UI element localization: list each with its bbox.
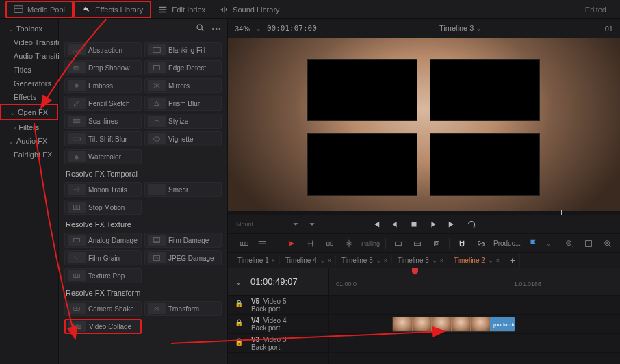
close-icon[interactable]: × xyxy=(440,257,443,264)
fx-thumb-icon xyxy=(68,202,86,213)
fx-film-damage[interactable]: Film Damage xyxy=(144,233,222,248)
nav-video-transitions[interactable]: Video Transitions xyxy=(0,36,58,49)
fx-stylize[interactable]: Stylize xyxy=(144,114,222,129)
fx-video-collage[interactable]: Video Collage xyxy=(64,319,142,334)
jump-end-icon[interactable] xyxy=(446,219,458,230)
timeline-options-icon[interactable] xyxy=(255,237,269,250)
selection-tool-icon[interactable]: ➤ xyxy=(285,237,298,250)
fx-thumb-icon xyxy=(68,98,86,109)
jump-start-icon[interactable] xyxy=(370,219,382,230)
blade-tool-icon[interactable] xyxy=(342,237,356,250)
flag-icon[interactable] xyxy=(526,237,540,250)
tl-tab-5[interactable]: Timeline 5 ⌄ × xyxy=(337,255,392,265)
tl-tab-2[interactable]: Timeline 2 ⌄ × xyxy=(450,255,504,265)
fx-prism-blur[interactable]: Prism Blur xyxy=(144,96,222,111)
fx-tilt-shift-blur[interactable]: Tilt-Shift Blur xyxy=(64,131,142,146)
close-icon[interactable]: × xyxy=(496,257,500,264)
fx-scanlines[interactable]: Scanlines xyxy=(64,114,142,129)
produce-label[interactable]: Produc... xyxy=(493,239,521,247)
nav-audio-fx[interactable]: Audio FX xyxy=(0,134,58,148)
fx-thumb-icon xyxy=(68,133,86,144)
fx-edge-detect[interactable]: Edge Detect xyxy=(144,60,222,75)
fx-smear[interactable]: Smear xyxy=(144,182,222,197)
nav-filters[interactable]: Filters xyxy=(0,120,58,134)
nav-generators[interactable]: Generators xyxy=(0,77,58,90)
tl-tab-4[interactable]: Timeline 4 ⌄ × xyxy=(281,255,336,265)
overwrite-icon[interactable] xyxy=(411,237,424,250)
view-options-icon[interactable] xyxy=(582,237,595,250)
fx-jpeg-damage[interactable]: JPEG Damage xyxy=(144,250,222,265)
nav-titles[interactable]: Titles xyxy=(0,63,58,77)
fx-analog-damage[interactable]: Analog Damage xyxy=(64,233,142,248)
search-icon[interactable] xyxy=(196,23,205,34)
insert-icon[interactable] xyxy=(391,237,405,250)
svg-rect-19 xyxy=(74,324,77,326)
zoom-in-icon[interactable] xyxy=(601,237,615,250)
marker-dropdown-icon[interactable] xyxy=(306,219,318,230)
add-timeline-tab[interactable]: + xyxy=(506,254,520,267)
close-icon[interactable]: × xyxy=(272,257,275,264)
fx-texture-pop[interactable]: Texture Pop xyxy=(64,268,142,283)
fx-watercolor[interactable]: Watercolor xyxy=(64,149,142,164)
close-icon[interactable]: × xyxy=(328,257,331,264)
replace-icon[interactable] xyxy=(430,237,443,250)
fx-stop-motion[interactable]: Stop Motion xyxy=(64,200,142,215)
zoom-out-icon[interactable] xyxy=(563,237,576,250)
program-viewer[interactable] xyxy=(228,38,620,215)
fx-film-grain[interactable]: Film Grain xyxy=(64,250,142,265)
nav-audio-transitions[interactable]: Audio Transitions xyxy=(0,49,58,63)
link-icon[interactable] xyxy=(474,237,488,250)
tl-tab-1[interactable]: Timeline 1 × xyxy=(233,255,280,265)
timeline-view-icon[interactable] xyxy=(237,237,251,250)
fx-pencil-sketch[interactable]: Pencil Sketch xyxy=(64,96,142,111)
section-temporal: Resolve FX Temporal xyxy=(66,170,222,178)
nav-effects[interactable]: Effects xyxy=(0,90,58,104)
play-icon[interactable] xyxy=(427,219,439,230)
tab-effects-library[interactable]: Effects Library xyxy=(73,1,151,18)
track-head-v5[interactable]: V5 Video 5 🔒Back port xyxy=(228,296,328,315)
timeline-name[interactable]: Timeline 3 xyxy=(439,24,474,32)
tab-sound-library[interactable]: Sound Library xyxy=(212,2,287,17)
dynamic-trim-icon[interactable] xyxy=(323,237,337,250)
fx-transform[interactable]: Transform xyxy=(144,301,222,316)
stop-icon[interactable] xyxy=(408,219,420,230)
fx-mirrors[interactable]: Mirrors xyxy=(144,78,222,93)
fx-abstraction[interactable]: Abstraction xyxy=(64,42,142,57)
step-back-icon[interactable] xyxy=(389,219,401,230)
track-head-v3[interactable]: V3 Video 3 🔒Back port xyxy=(228,334,328,353)
fx-drop-shadow[interactable]: Drop Shadow xyxy=(64,60,142,75)
tc-dropdown-icon[interactable]: ⌄ xyxy=(235,276,242,287)
tl-tab-3[interactable]: Timeline 3 ⌄ × xyxy=(393,255,448,265)
svg-rect-23 xyxy=(412,222,417,226)
timeline-ruler[interactable]: 01:00:0 1:01:0186 xyxy=(329,268,620,296)
timeline-timecode[interactable]: 01:00:49:07 xyxy=(250,276,298,287)
snap-icon[interactable] xyxy=(455,237,469,250)
fx-vignette[interactable]: Vignette xyxy=(144,131,222,146)
timeline-canvas[interactable]: 01:00:0 1:01:0186 production ID_4881823.… xyxy=(329,268,620,364)
lock-icon[interactable]: 🔒 xyxy=(235,338,243,346)
tab-edit-index[interactable]: Edit Index xyxy=(151,2,212,17)
fx-blanking-fill[interactable]: Blanking Fill xyxy=(144,42,222,57)
track-lane-v3[interactable] xyxy=(329,334,620,353)
tab-media-pool[interactable]: Media Pool xyxy=(5,1,73,18)
nav-open-fx[interactable]: Open FX xyxy=(0,104,58,120)
fx-motion-trails[interactable]: Motion Trails xyxy=(64,182,142,197)
nav-fairlight-fx[interactable]: Fairlight FX xyxy=(0,148,58,161)
fx-camera-shake[interactable]: Camera Shake xyxy=(64,301,142,316)
track-head-v4[interactable]: V4 Video 4 🔒Back port xyxy=(228,315,328,334)
lock-icon[interactable]: 🔒 xyxy=(235,319,243,326)
fx-emboss[interactable]: Emboss xyxy=(64,78,142,93)
track-lane-v5[interactable] xyxy=(329,296,620,315)
track-lane-v4[interactable]: production ID_4881823... xyxy=(329,315,620,334)
playhead[interactable] xyxy=(415,268,415,364)
marker-dropdown-icon[interactable] xyxy=(289,219,302,230)
zoom-level[interactable]: 34% xyxy=(235,25,250,33)
loop-icon[interactable] xyxy=(465,219,478,230)
panel-menu-icon[interactable]: ••• xyxy=(211,25,222,33)
lock-icon[interactable]: 🔒 xyxy=(235,300,243,307)
clip-v4[interactable]: production ID_4881823... xyxy=(392,317,515,332)
tab-label: Media Pool xyxy=(27,5,65,14)
close-icon[interactable]: × xyxy=(384,257,387,264)
nav-toolbox[interactable]: Toolbox xyxy=(0,22,58,36)
trim-tool-icon[interactable] xyxy=(304,237,318,250)
